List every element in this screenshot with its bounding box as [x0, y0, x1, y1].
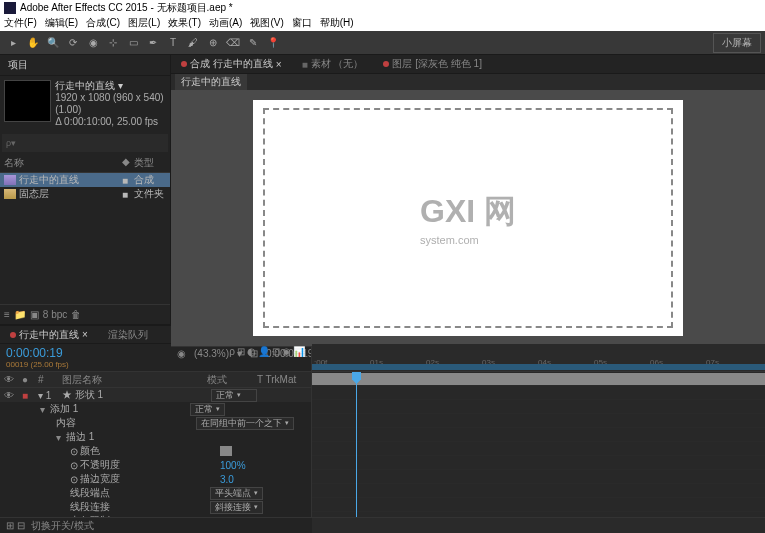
pin-tool[interactable]: 📍 — [264, 34, 282, 52]
viewer-tabs: 合成 行走中的直线× ■素材 （无） 图层 [深灰色 纯色 1] — [171, 55, 765, 74]
toolbar: ▸ ✋ 🔍 ⟳ ◉ ⊹ ▭ ✒ T 🖌 ⊕ ⌫ ✎ 📍 小屏幕 — [0, 31, 765, 55]
interpret-btn[interactable]: ≡ — [4, 309, 10, 320]
menu-window[interactable]: 窗口 — [292, 16, 312, 30]
timeline-body: 👁 ● # 图层名称 模式 T TrkMat 👁 ■ ▾ 1 ★ 形状 1 正常… — [0, 372, 765, 517]
camera-tool[interactable]: ◉ — [84, 34, 102, 52]
prop-line-join[interactable]: 线段连接斜接连接 — [0, 500, 311, 514]
text-tool[interactable]: T — [164, 34, 182, 52]
dot-icon — [383, 61, 389, 67]
viewer-canvas[interactable]: GXI 网system.com — [171, 90, 765, 346]
roto-tool[interactable]: ✎ — [244, 34, 262, 52]
col-type[interactable]: 类型 — [134, 156, 166, 170]
prop-line-cap[interactable]: 线段端点平头端点 — [0, 486, 311, 500]
shy-btn[interactable]: 👤 — [258, 346, 270, 369]
frame-blend-btn[interactable]: ⊡ — [272, 346, 280, 369]
prop-trim[interactable]: ▾添加 1正常 — [0, 402, 311, 416]
col-blend-mode[interactable]: 模式 — [207, 373, 257, 387]
draft-3d-btn[interactable]: ◐ — [247, 346, 256, 369]
prop-path[interactable]: 内容在同组中前一个之下 — [0, 416, 311, 430]
search-icon[interactable]: ρ — [229, 346, 235, 369]
composition-view — [253, 100, 683, 336]
comp-mini-btn[interactable]: ⊞ — [237, 346, 245, 369]
timeline-tracks[interactable] — [312, 372, 765, 517]
comp-info-text: 行走中的直线 ▾ 1920 x 1080 (960 x 540) (1.00) … — [55, 80, 166, 128]
project-search[interactable]: ρ▾ — [2, 134, 168, 152]
viewer-tab-footage[interactable]: ■素材 （无） — [296, 55, 370, 73]
col-visibility[interactable]: 👁 — [4, 374, 22, 385]
hand-tool[interactable]: ✋ — [24, 34, 42, 52]
menu-composition[interactable]: 合成(C) — [86, 16, 120, 30]
eraser-tool[interactable]: ⌫ — [224, 34, 242, 52]
clone-tool[interactable]: ⊕ — [204, 34, 222, 52]
rotate-tool[interactable]: ⟳ — [64, 34, 82, 52]
motion-blur-btn[interactable]: ◉ — [282, 346, 291, 369]
menu-view[interactable]: 视图(V) — [250, 16, 283, 30]
delete-btn[interactable]: 🗑 — [71, 309, 81, 320]
item-type: 文件夹 — [134, 187, 166, 201]
comp-nav-item[interactable]: 行走中的直线 — [175, 74, 247, 90]
comp-resolution: 1920 x 1080 (960 x 540) (1.00) — [55, 92, 166, 116]
selection-tool[interactable]: ▸ — [4, 34, 22, 52]
layer-list: 👁 ● # 图层名称 模式 T TrkMat 👁 ■ ▾ 1 ★ 形状 1 正常… — [0, 372, 312, 517]
timeline-panel: 行走中的直线× 渲染队列 0:00:00:19 00019 (25.00 fps… — [0, 324, 765, 533]
rect-tool[interactable]: ▭ — [124, 34, 142, 52]
time-ruler[interactable]: :00f 01s 02s 03s 04s 05s 06s 07s — [312, 344, 765, 372]
visibility-toggle[interactable]: 👁 — [4, 390, 22, 401]
zoom-tool[interactable]: 🔍 — [44, 34, 62, 52]
prop-stroke-group[interactable]: ▾描边 1 — [0, 430, 311, 444]
timeline-ruler-area[interactable]: :00f 01s 02s 03s 04s 05s 06s 07s — [312, 344, 765, 371]
work-area-bar[interactable] — [312, 364, 765, 370]
toggle-switches-btn[interactable]: ⊞ ⊟ — [6, 520, 25, 531]
project-tab[interactable]: 项目 — [0, 55, 170, 76]
menu-bar: 文件(F) 编辑(E) 合成(C) 图层(L) 效果(T) 动画(A) 视图(V… — [0, 15, 765, 31]
viewer-tab-layer[interactable]: 图层 [深灰色 纯色 1] — [377, 55, 487, 73]
menu-animation[interactable]: 动画(A) — [209, 16, 242, 30]
menu-edit[interactable]: 编辑(E) — [45, 16, 78, 30]
toggle-modes-label[interactable]: 切换开关/模式 — [31, 519, 94, 533]
item-name: 行走中的直线 — [19, 173, 122, 187]
pen-tool[interactable]: ✒ — [144, 34, 162, 52]
dot-icon — [10, 332, 16, 338]
dashed-shape — [263, 108, 673, 328]
blend-mode[interactable]: 正常 — [211, 389, 257, 402]
folder-icon — [4, 189, 16, 199]
col-trkmat[interactable]: T TrkMat — [257, 374, 307, 385]
menu-file[interactable]: 文件(F) — [4, 16, 37, 30]
project-footer: ≡ 📁 ▣ 8 bpc 🗑 — [0, 304, 170, 324]
item-name: 固态层 — [19, 187, 122, 201]
prop-stroke-width[interactable]: ⊙描边宽度3.0 — [0, 472, 311, 486]
anchor-tool[interactable]: ⊹ — [104, 34, 122, 52]
project-item-folder[interactable]: 固态层 ■ 文件夹 — [0, 187, 170, 201]
new-folder-btn[interactable]: 📁 — [14, 309, 26, 320]
layer-bar[interactable] — [312, 373, 765, 385]
layer-1[interactable]: 👁 ■ ▾ 1 ★ 形状 1 正常 — [0, 388, 311, 402]
brush-tool[interactable]: 🖌 — [184, 34, 202, 52]
viewer-tab-comp[interactable]: 合成 行走中的直线× — [175, 55, 288, 73]
bpc-indicator[interactable]: 8 bpc — [43, 309, 67, 320]
new-comp-btn[interactable]: ▣ — [30, 309, 39, 320]
comp-icon — [4, 175, 16, 185]
timeline-tab-comp[interactable]: 行走中的直线× — [4, 326, 94, 344]
col-layer-name[interactable]: 图层名称 — [62, 373, 207, 387]
menu-help[interactable]: 帮助(H) — [320, 16, 354, 30]
menu-layer[interactable]: 图层(L) — [128, 16, 160, 30]
zoom-slider[interactable] — [312, 518, 765, 533]
timecode-display[interactable]: 0:00:00:19 00019 (25.00 fps) — [0, 344, 75, 371]
timeline-tab-render[interactable]: 渲染队列 — [102, 326, 154, 344]
playhead[interactable] — [356, 372, 357, 517]
layer-columns: 👁 ● # 图层名称 模式 T TrkMat — [0, 372, 311, 388]
project-list: 行走中的直线 ■ 合成 固态层 ■ 文件夹 — [0, 173, 170, 304]
comp-name: 行走中的直线 ▾ — [55, 80, 166, 92]
graph-editor-btn[interactable]: 📊 — [293, 346, 305, 369]
prop-opacity[interactable]: ⊙不透明度100% — [0, 458, 311, 472]
workspace-selector[interactable]: 小屏幕 — [713, 33, 761, 53]
timeline-footer: ⊞ ⊟ 切换开关/模式 — [0, 517, 765, 533]
comp-duration: Δ 0:00:10:00, 25.00 fps — [55, 116, 166, 128]
prop-color[interactable]: ⊙颜色 — [0, 444, 311, 458]
main-area: 项目 行走中的直线 ▾ 1920 x 1080 (960 x 540) (1.0… — [0, 55, 765, 324]
col-name[interactable]: 名称 — [4, 156, 122, 170]
timeline-icons: ρ ⊞ ◐ 👤 ⊡ ◉ 📊 — [223, 344, 311, 371]
menu-effect[interactable]: 效果(T) — [168, 16, 201, 30]
project-item-comp[interactable]: 行走中的直线 ■ 合成 — [0, 173, 170, 187]
col-label[interactable]: ◆ — [122, 156, 134, 170]
